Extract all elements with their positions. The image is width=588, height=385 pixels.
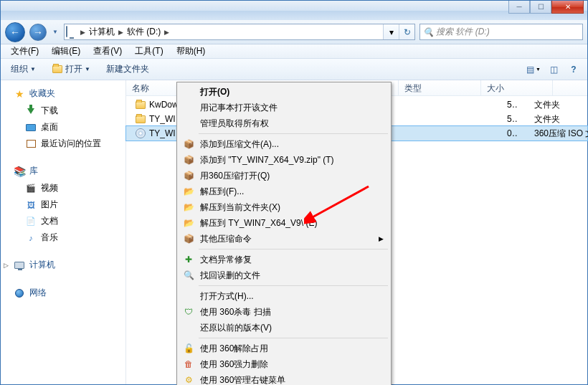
- back-button[interactable]: ←: [5, 22, 25, 42]
- archive-icon: 📦: [182, 153, 195, 166]
- preview-pane-button[interactable]: ◫: [546, 62, 561, 77]
- search-icon: 🔍: [423, 27, 434, 37]
- explorer-window: ─ ☐ ✕ ← → ▼ ▶ 计算机 ▶ 软件 (D:) ▶ ▾ ↻ 🔍 搜索 软…: [0, 0, 588, 385]
- separator: [199, 133, 388, 134]
- menu-edit[interactable]: 编辑(E): [46, 44, 86, 59]
- chevron-down-icon: ▼: [85, 66, 90, 72]
- chevron-down-icon: ▼: [30, 66, 36, 72]
- breadcrumb-drive[interactable]: 软件 (D:): [125, 24, 163, 39]
- sidebar-item-recent[interactable]: 最近访问的位置: [1, 136, 125, 152]
- extract-icon: 📂: [182, 185, 195, 198]
- menu-view[interactable]: 查看(V): [87, 44, 128, 59]
- cm-open[interactable]: 打开(O): [179, 84, 389, 100]
- sidebar-item-music[interactable]: ♪音乐: [1, 229, 125, 246]
- cm-manage-menu-360[interactable]: ⚙使用 360管理右键菜单: [179, 372, 389, 385]
- cm-extract-to[interactable]: 📂解压到(F)...: [179, 184, 389, 199]
- document-icon: 📄: [25, 216, 37, 227]
- chevron-down-icon: ▼: [536, 67, 541, 72]
- toolbar: 组织 ▼ 打开 ▼ 新建文件夹 ▤▼ ◫ ?: [1, 59, 587, 80]
- find-icon: 🔍: [182, 269, 195, 282]
- recent-icon: [25, 138, 37, 150]
- col-type[interactable]: 类型: [399, 80, 481, 95]
- cm-open-notepad[interactable]: 用记事本打开该文件: [179, 100, 389, 115]
- separator: [199, 285, 388, 286]
- search-input[interactable]: 🔍 搜索 软件 (D:): [419, 24, 583, 40]
- cm-restore-prev[interactable]: 还原以前的版本(V): [179, 320, 389, 336]
- titlebar: ─ ☐ ✕: [1, 1, 587, 20]
- sidebar-libraries[interactable]: 📚库: [1, 162, 125, 180]
- menu-tools[interactable]: 工具(T): [129, 44, 169, 59]
- search-placeholder: 搜索 软件 (D:): [436, 26, 490, 38]
- sidebar-item-desktop[interactable]: 桌面: [1, 119, 125, 136]
- video-icon: 🎬: [25, 183, 37, 194]
- minimize-button[interactable]: ─: [508, 1, 530, 14]
- arrow-left-icon: ←: [10, 27, 20, 38]
- cm-scan-360[interactable]: 🛡使用 360杀毒 扫描: [179, 304, 389, 320]
- sidebar-item-videos[interactable]: 🎬视频: [1, 180, 125, 196]
- sidebar-item-documents[interactable]: 📄文档: [1, 213, 125, 229]
- repair-icon: ✚: [182, 253, 195, 266]
- address-dropdown[interactable]: ▾: [383, 24, 399, 39]
- cm-find-deleted[interactable]: 🔍找回误删的文件: [179, 267, 389, 283]
- open-button[interactable]: 打开 ▼: [49, 62, 93, 77]
- context-menu: 打开(O) 用记事本打开该文件 管理员取得所有权 📦添加到压缩文件(A)... …: [176, 82, 392, 385]
- folder-icon: [135, 113, 146, 125]
- computer-icon: [14, 260, 25, 271]
- picture-icon: 🖼: [25, 199, 37, 211]
- preview-icon: ◫: [550, 65, 558, 75]
- sidebar-item-pictures[interactable]: 🖼图片: [1, 196, 125, 213]
- help-icon: ?: [571, 65, 576, 75]
- menu-help[interactable]: 帮助(H): [171, 44, 212, 59]
- cm-extract-to-folder[interactable]: 📂解压到 TY_WIN7_X64_V9\ (E): [179, 215, 389, 231]
- submenu-arrow-icon: ▶: [379, 235, 384, 242]
- close-button[interactable]: ✕: [551, 1, 584, 14]
- sidebar-network[interactable]: 网络: [1, 284, 125, 302]
- cm-extract-here[interactable]: 📂解压到当前文件夹(X): [179, 199, 389, 215]
- cm-force-del-360[interactable]: 🗑使用 360强力删除: [179, 356, 389, 372]
- sidebar-item-downloads[interactable]: 下载: [1, 103, 125, 119]
- folder-icon: [135, 99, 146, 110]
- forward-button[interactable]: →: [29, 24, 47, 41]
- extract-icon: 📂: [182, 217, 195, 229]
- sidebar-favorites[interactable]: ★收藏夹: [1, 85, 125, 103]
- menubar: 文件(F) 编辑(E) 查看(V) 工具(T) 帮助(H): [1, 44, 587, 59]
- organize-button[interactable]: 组织 ▼: [8, 62, 39, 77]
- network-icon: [14, 287, 25, 299]
- address-bar[interactable]: ▶ 计算机 ▶ 软件 (D:) ▶ ▾ ↻: [64, 24, 415, 40]
- cm-run-as-admin[interactable]: 管理员取得所有权: [179, 115, 389, 131]
- cm-add-archive[interactable]: 📦添加到压缩文件(A)...: [179, 136, 389, 152]
- drive-icon: [66, 27, 77, 38]
- col-size[interactable]: 大小: [481, 80, 553, 95]
- arrow-right-icon: →: [33, 27, 43, 38]
- history-dropdown[interactable]: ▼: [51, 26, 60, 39]
- navbar: ← → ▼ ▶ 计算机 ▶ 软件 (D:) ▶ ▾ ↻ 🔍 搜索 软件 (D:): [1, 20, 587, 44]
- help-button[interactable]: ?: [566, 62, 582, 77]
- unlock-icon: 🔓: [182, 342, 195, 355]
- shield-icon: 🛡: [182, 305, 195, 318]
- breadcrumb-computer[interactable]: 计算机: [87, 24, 117, 39]
- open-icon: [52, 64, 63, 75]
- cm-other-zip[interactable]: 📦其他压缩命令▶: [179, 231, 389, 247]
- new-folder-button[interactable]: 新建文件夹: [103, 62, 152, 77]
- gear-icon: ⚙: [182, 374, 195, 385]
- refresh-button[interactable]: ↻: [399, 24, 414, 39]
- menu-file[interactable]: 文件(F): [5, 44, 44, 59]
- sidebar-computer[interactable]: ▷计算机: [1, 256, 125, 274]
- desktop-icon: [25, 122, 37, 133]
- cm-add-zip[interactable]: 📦添加到 "TY_WIN7_X64_V9.zip" (T): [179, 152, 389, 168]
- chevron-right-icon: ▶: [79, 29, 87, 36]
- chevron-right-icon: ▷: [2, 262, 9, 269]
- separator: [199, 249, 388, 249]
- extract-icon: 📂: [182, 201, 195, 214]
- cm-open-360zip[interactable]: 📦用360压缩打开(Q): [179, 168, 389, 184]
- archive-icon: 📦: [182, 138, 195, 151]
- cm-open-with[interactable]: 打开方式(H)...: [179, 288, 389, 304]
- cm-unlock-360[interactable]: 🔓使用 360解除占用: [179, 341, 389, 356]
- download-icon: [25, 105, 37, 117]
- library-icon: 📚: [14, 166, 25, 177]
- refresh-icon: ↻: [404, 27, 411, 37]
- cm-doc-repair[interactable]: ✚文档异常修复: [179, 252, 389, 267]
- view-options-button[interactable]: ▤▼: [526, 62, 541, 77]
- window-controls: ─ ☐ ✕: [508, 1, 584, 14]
- maximize-button[interactable]: ☐: [530, 1, 551, 14]
